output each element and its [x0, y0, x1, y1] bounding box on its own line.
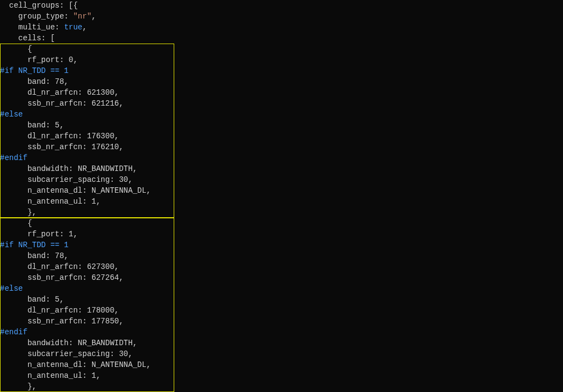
code-line: n_antenna_dl: N_ANTENNA_DL,: [0, 359, 563, 370]
code-line: multi_ue: true,: [0, 22, 563, 33]
code-token: },: [0, 382, 36, 391]
code-line: cells: [: [0, 33, 563, 44]
code-token: },: [0, 208, 36, 217]
code-token: dl_nr_arfcn: 178000,: [0, 306, 119, 315]
code-line: #else: [0, 283, 563, 294]
code-line: {: [0, 44, 563, 54]
code-line: group_type: "nr",: [0, 11, 563, 22]
code-token: {: [0, 45, 32, 53]
code-line: band: 5,: [0, 120, 563, 131]
code-line: #else: [0, 109, 563, 120]
code-token: n_antenna_dl: N_ANTENNA_DL,: [0, 186, 151, 195]
code-token: cells: [: [0, 34, 55, 42]
code-token: true: [64, 23, 83, 32]
code-line: bandwidth: NR_BANDWIDTH,: [0, 163, 563, 174]
code-token: ,: [82, 23, 87, 32]
code-token: bandwidth: NR_BANDWIDTH,: [0, 339, 137, 347]
code-token: multi_ue:: [0, 23, 64, 32]
code-line: band: 5,: [0, 294, 563, 305]
code-token: ,: [91, 12, 96, 21]
code-line: },: [0, 207, 563, 218]
code-line: #if NR_TDD == 1: [0, 65, 563, 76]
code-line: #endif: [0, 327, 563, 338]
code-token: #if NR_TDD == 1: [0, 66, 69, 75]
code-token: group_type:: [0, 12, 73, 21]
code-line: dl_nr_arfcn: 627300,: [0, 261, 563, 272]
code-token: ssb_nr_arfcn: 177850,: [0, 317, 124, 326]
code-line: n_antenna_ul: 1,: [0, 196, 563, 207]
code-line: band: 78,: [0, 76, 563, 87]
code-line: band: 78,: [0, 250, 563, 261]
code-token: #endif: [0, 328, 27, 336]
code-token: ssb_nr_arfcn: 176210,: [0, 143, 124, 151]
code-token: #endif: [0, 154, 27, 162]
code-line: dl_nr_arfcn: 178000,: [0, 305, 563, 316]
code-token: rf_port: 1,: [0, 230, 78, 238]
code-line: n_antenna_dl: N_ANTENNA_DL,: [0, 185, 563, 196]
code-line: subcarrier_spacing: 30,: [0, 174, 563, 185]
code-token: #else: [0, 110, 23, 119]
code-token: dl_nr_arfcn: 176300,: [0, 132, 119, 140]
code-token: cell_groups: [{: [0, 1, 78, 10]
code-token: "nr": [73, 12, 91, 21]
code-container: cell_groups: [{ group_type: "nr", multi_…: [0, 0, 563, 392]
code-line: ssb_nr_arfcn: 176210,: [0, 142, 563, 152]
code-line: #if NR_TDD == 1: [0, 240, 563, 250]
code-line: {: [0, 218, 563, 229]
code-token: band: 78,: [0, 77, 69, 86]
code-token: n_antenna_ul: 1,: [0, 197, 101, 206]
code-token: rf_port: 0,: [0, 56, 78, 64]
code-line: rf_port: 1,: [0, 229, 563, 240]
code-token: bandwidth: NR_BANDWIDTH,: [0, 164, 137, 173]
code-token: dl_nr_arfcn: 621300,: [0, 88, 119, 97]
code-line: n_antenna_ul: 1,: [0, 370, 563, 381]
code-token: ssb_nr_arfcn: 621216,: [0, 99, 124, 108]
code-line: },: [0, 381, 563, 392]
code-token: n_antenna_dl: N_ANTENNA_DL,: [0, 360, 151, 369]
code-line: dl_nr_arfcn: 621300,: [0, 87, 563, 98]
code-line: bandwidth: NR_BANDWIDTH,: [0, 338, 563, 348]
code-token: band: 5,: [0, 121, 64, 130]
code-token: subcarrier_spacing: 30,: [0, 175, 133, 184]
code-line: ssb_nr_arfcn: 627264,: [0, 272, 563, 283]
code-token: ssb_nr_arfcn: 627264,: [0, 273, 124, 282]
code-token: dl_nr_arfcn: 627300,: [0, 262, 119, 271]
code-token: subcarrier_spacing: 30,: [0, 350, 133, 358]
code-token: {: [0, 219, 32, 228]
code-line: rf_port: 0,: [0, 54, 563, 65]
code-token: #else: [0, 284, 23, 293]
code-line: ssb_nr_arfcn: 177850,: [0, 316, 563, 327]
code-token: n_antenna_ul: 1,: [0, 371, 101, 380]
code-token: #if NR_TDD == 1: [0, 241, 69, 249]
code-token: band: 78,: [0, 252, 69, 260]
code-token: band: 5,: [0, 295, 64, 304]
code-line: cell_groups: [{: [0, 0, 563, 11]
code-line: dl_nr_arfcn: 176300,: [0, 131, 563, 142]
code-line: ssb_nr_arfcn: 621216,: [0, 98, 563, 109]
code-line: #endif: [0, 152, 563, 163]
code-line: subcarrier_spacing: 30,: [0, 348, 563, 359]
